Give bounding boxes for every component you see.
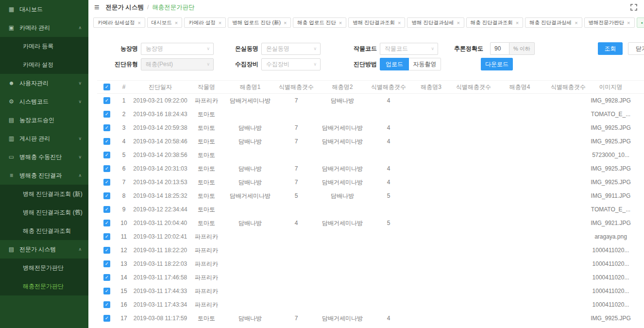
table-row[interactable]: ✓52019-03-14 20:38:56토마토5723000_10...201… bbox=[97, 148, 644, 162]
upload-method-button[interactable]: 업로드 bbox=[380, 58, 409, 70]
sidebar-item-label: 병해충 수동진단 bbox=[19, 153, 78, 161]
sidebar-item-pest-manual-diagnosis[interactable]: ▭병해충 수동진단∨ bbox=[0, 148, 88, 166]
sidebar-subitem-disease-result-new[interactable]: 병해 진단결과조회 (新) bbox=[0, 185, 88, 203]
cell-crop-name: 토마토 bbox=[189, 192, 223, 200]
tab-pest-result-inquiry[interactable]: 해충 진단결과조회× bbox=[466, 17, 523, 28]
board-icon: ▥ bbox=[8, 135, 15, 142]
table-row[interactable]: ✓102019-03-11 20:04:40토마토담배나방4담배거세미나방5IM… bbox=[97, 216, 644, 230]
table-row[interactable]: ✓122019-03-11 18:22:20파프리카1000411020...2… bbox=[97, 243, 644, 257]
tab-disease-result-detail[interactable]: 병해 진단결과상세× bbox=[407, 17, 464, 28]
cell-image-name: 1000411020... bbox=[590, 274, 631, 281]
hamburger-menu-icon[interactable]: ≡ bbox=[94, 3, 100, 12]
tab-pest-result-detail[interactable]: 해충 진단결과상세× bbox=[525, 17, 582, 28]
row-checkbox[interactable]: ✓ bbox=[103, 206, 110, 213]
search-button[interactable]: 조회 bbox=[598, 42, 623, 55]
table-row[interactable]: ✓172019-03-08 11:17:59토마토담배나방7담배거세미나방4IM… bbox=[97, 311, 644, 325]
sidebar-item-system-code[interactable]: ⚙시스템코드∨ bbox=[0, 92, 88, 111]
farm-name-select[interactable]: 농장명 ∨ bbox=[141, 43, 214, 55]
row-checkbox[interactable]: ✓ bbox=[103, 233, 110, 240]
table-row[interactable]: ✓142019-03-11 17:46:58파프리카1000411020...2… bbox=[97, 271, 644, 284]
row-checkbox[interactable]: ✓ bbox=[103, 288, 110, 294]
close-tab-icon[interactable]: × bbox=[175, 20, 178, 26]
crop-code-select[interactable]: 작물코드 ∨ bbox=[380, 43, 438, 55]
sidebar-item-expert-system[interactable]: ▤전문가 시스템∧ bbox=[0, 240, 88, 259]
table-row[interactable]: ✓162019-03-11 17:43:34파프리카1000411020...2… bbox=[97, 298, 644, 311]
cell-clipped-column: 2019 bbox=[631, 111, 644, 118]
row-checkbox[interactable]: ✓ bbox=[103, 179, 110, 186]
select-all-checkbox[interactable]: ✓ bbox=[103, 84, 110, 90]
approval-icon: ▤ bbox=[8, 117, 15, 123]
tab-disease-upload-diagnosis[interactable]: 병해 업로드 진단 (新)× bbox=[228, 17, 291, 28]
cell-image-name: 1000411020... bbox=[590, 288, 631, 294]
auto-capture-method-button[interactable]: 자동촬영 bbox=[409, 58, 441, 70]
row-checkbox[interactable]: ✓ bbox=[103, 274, 110, 281]
cell-row-number: 2 bbox=[117, 111, 131, 118]
sidebar-item-board-management[interactable]: ▥게시판 관리∨ bbox=[0, 129, 88, 148]
table-row[interactable]: ✓62019-03-14 20:31:03토마토담배나방7담배거세미나방4IMG… bbox=[97, 162, 644, 175]
close-tab-icon[interactable]: × bbox=[516, 20, 519, 26]
row-checkbox[interactable]: ✓ bbox=[103, 220, 110, 226]
tab-pest-expert-judgment[interactable]: ●해충전문가판단× bbox=[637, 17, 644, 28]
close-tab-icon[interactable]: × bbox=[137, 20, 140, 26]
accuracy-input[interactable]: 90 bbox=[490, 42, 509, 55]
tab-pest-upload-diagnosis[interactable]: 해충 업로드 진단× bbox=[293, 17, 346, 28]
table-row[interactable]: ✓152019-03-11 17:44:33파프리카1000411020...2… bbox=[97, 284, 644, 298]
tab-camera-settings[interactable]: 카메라 설정× bbox=[184, 17, 226, 28]
close-tab-icon[interactable]: × bbox=[219, 20, 221, 26]
row-checkbox[interactable]: ✓ bbox=[103, 260, 110, 267]
table-row[interactable]: ✓22019-03-16 18:24:43토마토TOMATO_E_...2019 bbox=[97, 107, 644, 121]
close-tab-icon[interactable]: × bbox=[627, 20, 630, 26]
close-button[interactable]: 닫기 bbox=[628, 42, 644, 55]
cell-row-number: 1 bbox=[117, 97, 131, 104]
table-row[interactable]: ✓92019-03-12 22:34:44토마토TOMATO_E_...2019 bbox=[97, 203, 644, 216]
tab-dashboard[interactable]: 대시보드× bbox=[147, 17, 182, 28]
table-row[interactable]: ✓82019-03-14 18:25:32토마토담배거세미나방5담배나방5IMG… bbox=[97, 189, 644, 203]
cell-crop-name: 토마토 bbox=[189, 151, 223, 159]
close-tab-icon[interactable]: × bbox=[339, 20, 342, 26]
row-checkbox[interactable]: ✓ bbox=[103, 97, 110, 104]
tab-disease-result-inquiry[interactable]: 병해 진단결과조회× bbox=[348, 17, 405, 28]
close-tab-icon[interactable]: × bbox=[575, 20, 577, 26]
table-row[interactable]: ✓72019-03-14 20:13:53토마토담배나방7담배거세미나방4IMG… bbox=[97, 175, 644, 189]
greenhouse-select[interactable]: 온실동명 ∨ bbox=[261, 43, 321, 55]
table-row[interactable]: ✓32019-03-14 20:59:38토마토담배나방7담배거세미나방4IMG… bbox=[97, 121, 644, 135]
table-row[interactable]: ✓42019-03-14 20:58:46토마토담배나방7담배거세미나방4IMG… bbox=[97, 135, 644, 148]
row-checkbox[interactable]: ✓ bbox=[103, 124, 110, 131]
chevron-down-icon: ∨ bbox=[313, 46, 317, 51]
row-checkbox[interactable]: ✓ bbox=[103, 301, 110, 308]
tab-disease-expert-judgment[interactable]: 병해전문가판단× bbox=[584, 17, 635, 28]
sidebar-subitem-camera-register[interactable]: 카메라 등록 bbox=[0, 37, 88, 55]
row-checkbox[interactable]: ✓ bbox=[103, 315, 110, 322]
diagnosis-type-select[interactable]: 해충(Pest) ∨ bbox=[141, 58, 214, 70]
sidebar-subitem-camera-settings[interactable]: 카메라 설정 bbox=[0, 55, 88, 74]
tab-camera-detail-settings[interactable]: 카메라 상세설정× bbox=[93, 17, 145, 28]
close-tab-icon[interactable]: × bbox=[284, 20, 287, 26]
row-checkbox[interactable]: ✓ bbox=[103, 111, 110, 118]
cell-image-name: aragaya.png bbox=[590, 233, 631, 240]
close-tab-icon[interactable]: × bbox=[398, 20, 401, 26]
sidebar-subitem-pest-result-inquiry[interactable]: 해충 진단결과조회 bbox=[0, 222, 88, 240]
table-row[interactable]: ✓12019-03-21 09:22:00파프리카담배거세미나방7담배나방4IM… bbox=[97, 94, 644, 107]
row-checkbox[interactable]: ✓ bbox=[103, 247, 110, 254]
cell-pest-name-2: 담배거세미나방 bbox=[316, 124, 369, 132]
fullscreen-icon[interactable] bbox=[630, 4, 637, 11]
column-header-crop-name: 작물명 bbox=[189, 83, 223, 91]
table-row[interactable]: ✓132019-03-11 18:22:03파프리카1000411020...2… bbox=[97, 257, 644, 271]
sidebar-item-dashboard[interactable]: ▦대시보드 bbox=[0, 0, 88, 18]
sidebar-subitem-disease-result-old[interactable]: 병해 진단결과조회 (舊) bbox=[0, 203, 88, 222]
sidebar-item-camera-management[interactable]: ▣카메라 관리∧ bbox=[0, 18, 88, 37]
download-button[interactable]: 다운로드 bbox=[481, 58, 513, 70]
sidebar-subitem-pest-expert-judgment[interactable]: 해충전문가판단 bbox=[0, 277, 88, 295]
sidebar-subitem-disease-expert-judgment[interactable]: 병해전문가판단 bbox=[0, 259, 88, 277]
sidebar-item-pest-diagnosis-result[interactable]: ≡병해충 진단결과∧ bbox=[0, 166, 88, 185]
row-checkbox[interactable]: ✓ bbox=[103, 152, 110, 158]
row-checkbox[interactable]: ✓ bbox=[103, 138, 110, 145]
row-checkbox[interactable]: ✓ bbox=[103, 165, 110, 172]
table-row[interactable]: ✓112019-03-11 20:02:41파프리카aragaya.png201… bbox=[97, 230, 644, 243]
device-select[interactable]: 수집장비 ∨ bbox=[261, 58, 321, 70]
sidebar-item-user-management[interactable]: ☻사용자관리∨ bbox=[0, 74, 88, 92]
row-checkbox[interactable]: ✓ bbox=[103, 192, 110, 199]
sidebar-item-farm-code-approval[interactable]: ▤농장코드승인 bbox=[0, 111, 88, 129]
close-tab-icon[interactable]: × bbox=[457, 20, 459, 26]
cell-pest-name-1: 담배거세미나방 bbox=[223, 192, 277, 200]
